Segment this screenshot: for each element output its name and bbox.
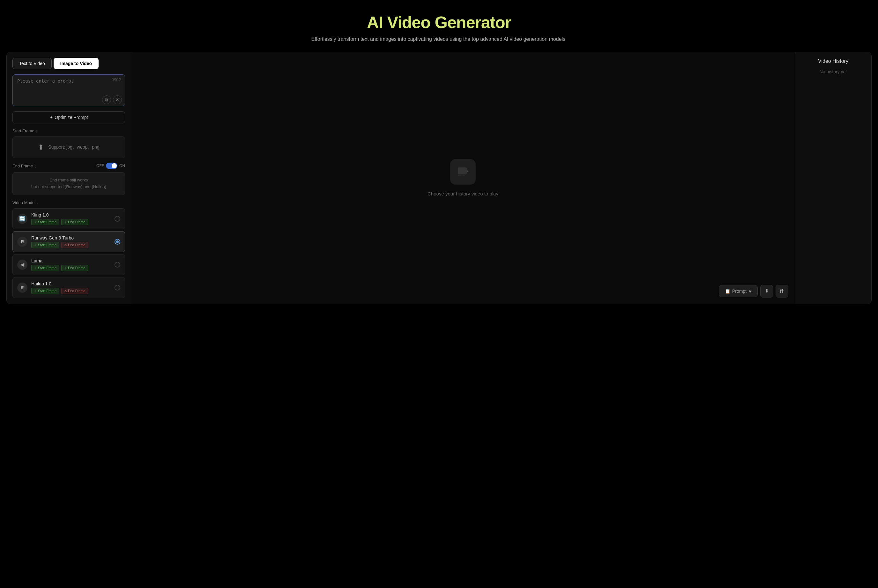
hailuo-radio[interactable] [114,285,120,291]
center-panel: Choose your history video to play 📋 Prom… [131,52,795,304]
page-subtitle: Effortlessly transform text and images i… [6,36,872,42]
optimize-prompt-button[interactable]: ✦ Optimize Prompt [12,111,125,123]
history-title: Video History [801,58,865,64]
left-panel: Text to Video Image to Video 0/512 ⧉ ✕ ✦… [7,52,131,304]
copy-prompt-button[interactable]: ⧉ [102,95,111,104]
luma-tag-start: ✓ Start Frame [31,265,59,271]
chevron-down-icon: ∨ [749,289,752,294]
prompt-button[interactable]: 📋 Prompt ∨ [719,285,758,297]
runway-info: Runway Gen-3 Turbo ✓ Start Frame ✕ End F… [31,236,111,248]
kling-icon: 🔄 [17,214,27,224]
svg-rect-0 [458,167,467,174]
model-item-kling[interactable]: 🔄 Kling 1.0 ✓ Start Frame ✓ End Frame [12,208,125,229]
model-list: 🔄 Kling 1.0 ✓ Start Frame ✓ End Frame R … [12,208,125,298]
model-item-luma[interactable]: ◀ Luma ✓ Start Frame ✓ End Frame [12,254,125,275]
hailuo-info: Hailuo 1.0 ✓ Start Frame ✕ End Frame [31,281,111,294]
toggle-on-label: ON [119,164,125,168]
kling-tag-end: ✓ End Frame [61,219,88,225]
no-history-text: No history yet [801,69,865,74]
start-frame-upload[interactable]: ⬆ Support: jpg、webp、png [12,136,125,158]
luma-tag-end: ✓ End Frame [61,265,88,271]
upload-icon: ⬆ [38,143,44,152]
runway-name: Runway Gen-3 Turbo [31,236,111,240]
upload-text: Support: jpg、webp、png [48,144,99,150]
model-item-hailuo[interactable]: ≋ Hailuo 1.0 ✓ Start Frame ✕ End Frame [12,277,125,298]
tab-text-to-video[interactable]: Text to Video [12,58,52,69]
video-placeholder: Choose your history video to play [427,159,498,196]
start-frame-label: Start Frame ↓ [12,129,125,133]
right-panel: Video History No history yet [795,52,871,304]
delete-button[interactable]: 🗑 [776,285,788,297]
toggle-off-label: OFF [96,164,104,168]
kling-name: Kling 1.0 [31,212,111,218]
luma-icon: ◀ [17,260,27,270]
tab-row: Text to Video Image to Video [12,58,125,69]
video-model-label: Video Model ↓ [12,200,125,205]
hailuo-tags: ✓ Start Frame ✕ End Frame [31,288,111,294]
hailuo-name: Hailuo 1.0 [31,281,111,286]
video-placeholder-icon [450,159,476,184]
trash-icon: 🗑 [779,288,785,294]
end-frame-note: End frame still worksbut not supported (… [12,172,125,195]
model-item-runway[interactable]: R Runway Gen-3 Turbo ✓ Start Frame ✕ End… [12,231,125,252]
prompt-counter: 0/512 [112,78,121,82]
bottom-bar: 📋 Prompt ∨ ⬇ 🗑 [719,285,788,297]
prompt-actions: ⧉ ✕ [102,95,122,104]
runway-icon: R [17,237,27,247]
runway-radio[interactable] [114,239,120,244]
hailuo-tag-start: ✓ Start Frame [31,288,59,294]
end-frame-row: End Frame ↓ OFF ON [12,163,125,169]
runway-tag-end: ✕ End Frame [61,242,88,248]
svg-rect-2 [462,175,465,176]
kling-tag-start: ✓ Start Frame [31,219,59,225]
hailuo-icon: ≋ [17,282,27,293]
hailuo-tag-end: ✕ End Frame [61,288,88,294]
luma-name: Luma [31,258,111,263]
runway-tags: ✓ Start Frame ✕ End Frame [31,242,111,248]
luma-tags: ✓ Start Frame ✓ End Frame [31,265,111,271]
download-button[interactable]: ⬇ [760,285,773,297]
main-container: Text to Video Image to Video 0/512 ⧉ ✕ ✦… [6,52,872,304]
choose-history-text: Choose your history video to play [427,191,498,196]
tab-image-to-video[interactable]: Image to Video [54,58,99,69]
page-header: AI Video Generator Effortlessly transfor… [0,0,878,52]
luma-info: Luma ✓ Start Frame ✓ End Frame [31,258,111,271]
end-frame-toggle[interactable]: OFF ON [96,163,125,169]
clipboard-icon: 📋 [725,289,730,294]
toggle-track[interactable] [106,163,117,169]
toggle-thumb [112,163,117,168]
kling-tags: ✓ Start Frame ✓ End Frame [31,219,111,225]
runway-tag-start: ✓ Start Frame [31,242,59,248]
kling-info: Kling 1.0 ✓ Start Frame ✓ End Frame [31,212,111,225]
prompt-area: 0/512 ⧉ ✕ [12,74,125,108]
svg-rect-1 [458,175,462,176]
download-icon: ⬇ [765,288,769,294]
luma-radio[interactable] [114,262,120,267]
end-frame-label: End Frame ↓ [12,164,36,168]
kling-radio[interactable] [114,216,120,222]
page-title: AI Video Generator [6,13,872,32]
clear-prompt-button[interactable]: ✕ [113,95,122,104]
